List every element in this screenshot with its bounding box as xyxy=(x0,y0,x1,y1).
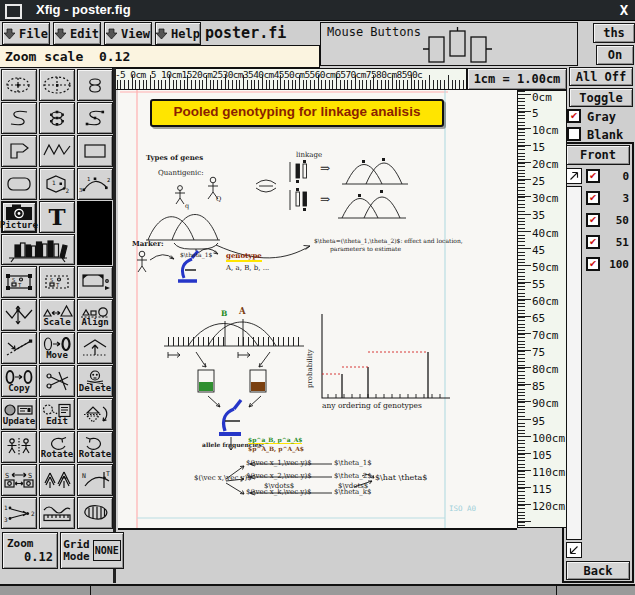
toggle-button[interactable]: Toggle xyxy=(569,88,633,107)
svg-text:2: 2 xyxy=(107,177,110,183)
tool-measure-length[interactable] xyxy=(39,497,75,529)
top-ruler[interactable]: -5 0cm 5 10cm1520cm2530cm3540cm4550cm556… xyxy=(112,68,467,90)
tool-flip-horizontal[interactable] xyxy=(1,431,37,463)
tool-regular-polygon[interactable]: 12 xyxy=(39,168,75,200)
poster-label: linkage xyxy=(296,151,322,159)
tool-interp-spline[interactable] xyxy=(77,102,113,134)
population-row xyxy=(168,337,228,346)
layer-row[interactable]: ✔ 51 xyxy=(586,235,629,249)
poster-formula: $(\vec x_1,\vec y)$ xyxy=(246,459,312,467)
drawing-canvas[interactable]: Pooled genotyping for linkage analisis T… xyxy=(118,90,517,530)
layer-row[interactable]: ✔ 50 xyxy=(586,213,629,227)
tool-rotate-cw[interactable]: Rotate xyxy=(39,431,75,463)
tool-closed-interp-spline[interactable] xyxy=(39,102,75,134)
blank-checkbox[interactable] xyxy=(567,127,581,141)
tool-polygon[interactable] xyxy=(1,135,37,167)
layer-row[interactable]: ✔ 100 xyxy=(586,257,629,271)
tool-move[interactable]: Move xyxy=(39,332,75,364)
tool-ellipse-radius[interactable] xyxy=(1,69,37,101)
svg-text:2: 2 xyxy=(66,187,70,194)
zoom-value: 0.12 xyxy=(24,550,53,564)
tool-copy[interactable]: Copy xyxy=(1,365,37,397)
current-filename: poster.fi xyxy=(205,24,286,42)
layer-depth-value: 100 xyxy=(603,258,629,271)
tool-tangent-line[interactable]: NT xyxy=(77,464,113,496)
tool-edit[interactable]: Edit xyxy=(39,398,75,430)
all-on-button[interactable]: On xyxy=(596,45,634,65)
layer-scroll-up[interactable] xyxy=(566,168,582,184)
population-row xyxy=(238,337,300,346)
tool-box[interactable] xyxy=(77,135,113,167)
svg-text:3: 3 xyxy=(79,187,82,193)
all-off-button[interactable]: All Off xyxy=(569,67,633,86)
svg-text:T: T xyxy=(56,282,60,288)
poster-formula: $\theta_1$ xyxy=(334,459,372,467)
svg-text:3: 3 xyxy=(4,516,8,523)
layer-row[interactable]: ✔ 0 xyxy=(586,169,629,183)
zoom-button[interactable]: Zoom 0.12 xyxy=(2,532,58,569)
layer-row[interactable]: ✔ 3 xyxy=(586,191,629,205)
scroll-up-arrow-icon xyxy=(567,169,581,183)
tool-scale[interactable]: Scale xyxy=(39,299,75,331)
layer-scroll-down[interactable] xyxy=(566,542,582,558)
poster-label: Types of genes xyxy=(146,153,203,162)
menu-edit[interactable]: Edit xyxy=(53,22,101,45)
tool-polyline[interactable] xyxy=(39,135,75,167)
layer-scrollbar[interactable] xyxy=(566,186,582,540)
tool-popup-panel[interactable] xyxy=(77,332,113,364)
poster-label: Quantigenic: xyxy=(158,169,204,177)
tool-flip-vertical[interactable] xyxy=(77,398,113,430)
layer-checkbox[interactable]: ✔ xyxy=(586,169,600,183)
menu-file[interactable]: File xyxy=(2,22,50,45)
tool-move-point[interactable] xyxy=(1,299,37,331)
menu-view[interactable]: View xyxy=(104,22,152,45)
tool-measure-area[interactable] xyxy=(77,497,113,529)
tool-delete[interactable]: Delete xyxy=(77,365,113,397)
svg-text:N: N xyxy=(82,472,86,480)
gray-checkbox[interactable]: ✔ xyxy=(567,109,581,123)
tool-convert-spline[interactable] xyxy=(39,464,75,496)
layer-checkbox[interactable]: ✔ xyxy=(586,235,600,249)
window-menu-icon[interactable] xyxy=(5,4,22,19)
ruler-units-box[interactable]: 1cm = 1.00cm xyxy=(467,68,567,90)
tool-spline[interactable] xyxy=(1,102,37,134)
poster-title: Pooled genotyping for linkage analisis xyxy=(150,99,444,127)
tool-closed-spline[interactable] xyxy=(77,69,113,101)
close-icon[interactable]: X xyxy=(615,1,633,19)
poster-formula: parameters to estimate xyxy=(330,245,401,252)
tool-add-point[interactable] xyxy=(1,332,37,364)
title-bar[interactable]: Xfig - poster.fig X xyxy=(0,0,635,21)
grid-mode-button[interactable]: Grid Mode NONE xyxy=(60,532,124,569)
tool-open-compound[interactable] xyxy=(77,266,113,298)
tool-ellipse-diameter[interactable] xyxy=(39,69,75,101)
tool-picture[interactable]: Picture xyxy=(1,201,37,233)
front-button[interactable]: Front xyxy=(566,145,630,165)
window-title: Xfig - poster.fig xyxy=(36,2,131,17)
svg-text:T: T xyxy=(18,282,22,288)
poster-formula: $\hat \theta$ xyxy=(375,473,427,482)
layer-checkbox[interactable]: ✔ xyxy=(586,191,600,205)
side-ruler[interactable]: 0cm 5 10cm 15 20cm 25 30cm 35 40cm 45 50… xyxy=(517,90,567,528)
tool-break-compound[interactable]: ST xyxy=(39,266,75,298)
layer-checkbox[interactable]: ✔ xyxy=(586,257,600,271)
depths-header-partial: ths xyxy=(593,23,635,43)
layer-checkbox[interactable]: ✔ xyxy=(586,213,600,227)
tool-point-position[interactable]: 123 xyxy=(1,497,37,529)
tool-rotate-ccw[interactable]: Rotate xyxy=(77,431,113,463)
poster-label: Q xyxy=(216,195,221,203)
zoom-scale-value: 0.12 xyxy=(99,49,130,64)
menu-help[interactable]: Help xyxy=(155,22,201,45)
tool-arc[interactable]: 123 xyxy=(77,168,113,200)
tool-align[interactable]: Align xyxy=(77,299,113,331)
tool-glue-compound[interactable]: ST xyxy=(1,266,37,298)
tool-delete-point[interactable] xyxy=(39,365,75,397)
tool-library[interactable] xyxy=(1,234,75,265)
window-resize-bar[interactable] xyxy=(0,584,635,595)
tool-text[interactable]: T xyxy=(39,201,75,233)
mouse-buttons-icon xyxy=(421,27,495,65)
pulldown-icon xyxy=(106,28,117,40)
tool-update[interactable]: Update xyxy=(1,398,37,430)
back-button[interactable]: Back xyxy=(566,561,630,580)
tool-smart-move-links[interactable]: SS xyxy=(1,464,37,496)
tool-arc-box[interactable] xyxy=(1,168,37,200)
